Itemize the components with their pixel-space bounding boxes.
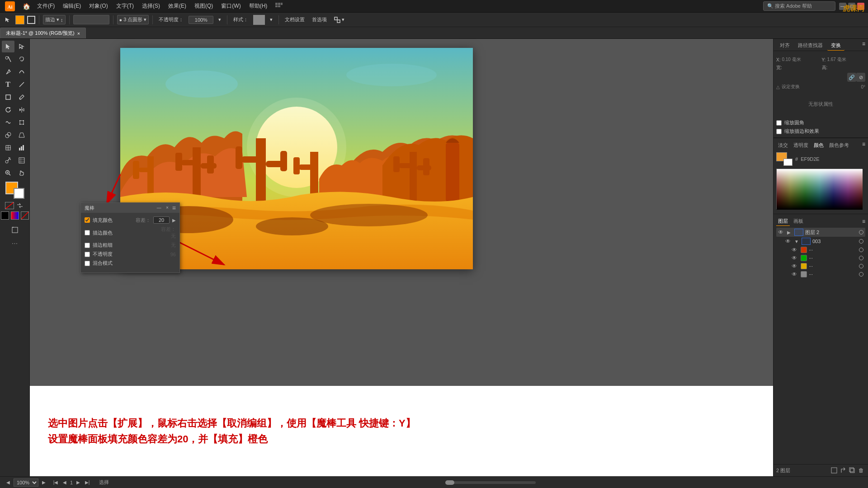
menu-effect[interactable]: 效果(E): [165, 1, 190, 11]
layers-tab[interactable]: 图层: [776, 217, 790, 226]
doc-setup-btn[interactable]: 文档设置: [283, 15, 307, 24]
search-bar[interactable]: 🔍 搜索 Adobe 帮助: [763, 1, 835, 11]
layer-red-eye[interactable]: 👁: [792, 247, 799, 253]
zoom-out-btn[interactable]: ◀: [5, 479, 12, 486]
lasso-tool[interactable]: [15, 53, 28, 65]
prefs-btn[interactable]: 首选项: [310, 15, 329, 24]
delete-layer-btn[interactable]: 🗑: [857, 466, 865, 474]
chart-tool[interactable]: [15, 142, 28, 154]
layers-menu-icon[interactable]: ≡: [862, 218, 865, 225]
reflect-tool[interactable]: [15, 104, 28, 116]
panel-menu-icon[interactable]: ≡: [172, 204, 176, 211]
layer-2-expand[interactable]: ▶: [787, 230, 793, 235]
color-picker-gradient[interactable]: [776, 169, 862, 209]
home-btn[interactable]: 🏠: [20, 0, 33, 12]
pen-tool[interactable]: [2, 66, 14, 78]
layer-green-item[interactable]: 👁 ···: [776, 254, 865, 262]
color-menu-icon[interactable]: ≡: [862, 141, 865, 150]
last-page-btn[interactable]: ▶|: [84, 479, 91, 486]
arrange-btn[interactable]: ▾: [332, 16, 347, 24]
type-tool[interactable]: T: [2, 79, 14, 90]
fill-tolerance-arrow[interactable]: ▶: [172, 218, 176, 223]
point-type-dropdown[interactable]: ● 3 点圆形 ▾: [117, 15, 149, 24]
align-tab[interactable]: 对齐: [776, 41, 793, 51]
magic-wand-tool[interactable]: [2, 53, 14, 65]
first-page-btn[interactable]: |◀: [52, 479, 59, 486]
direct-selection-tool[interactable]: [15, 41, 28, 52]
style-arrow[interactable]: ▾: [268, 16, 275, 23]
transform-tab[interactable]: 变换: [827, 41, 844, 51]
panel-close-btn[interactable]: ×: [164, 204, 170, 211]
color-mode-none[interactable]: [21, 211, 29, 220]
layer-red-item[interactable]: 👁 ···: [776, 246, 865, 254]
copy-layer-btn[interactable]: [848, 466, 856, 474]
style-swatch[interactable]: [253, 15, 265, 25]
menu-view[interactable]: 视图(Q): [191, 1, 217, 11]
opacity-tab[interactable]: 透明度: [792, 141, 810, 150]
bg-swatch[interactable]: [783, 159, 793, 166]
layer-003-item[interactable]: 👁 ▼ 003: [776, 237, 865, 246]
layer-yellow-circle[interactable]: [859, 264, 863, 268]
stroke-color-checkbox[interactable]: [85, 230, 90, 235]
color-guide-tab[interactable]: 颜色参考: [827, 141, 851, 150]
layer-2-item[interactable]: 👁 ▶ 图层 2: [776, 228, 865, 237]
prev-page-btn[interactable]: ◀: [61, 479, 68, 486]
next-page-btn[interactable]: ▶: [75, 479, 82, 486]
panel-options-icon[interactable]: ≡: [862, 41, 865, 51]
zoom-tool[interactable]: [2, 167, 14, 179]
scale-stroke-checkbox[interactable]: [776, 129, 782, 134]
hand-tool[interactable]: [15, 167, 28, 179]
tab-close-btn[interactable]: ×: [77, 31, 80, 36]
curvature-tool[interactable]: [15, 66, 28, 78]
perspective-tool[interactable]: [15, 129, 28, 141]
layer-gray-circle[interactable]: [859, 272, 863, 277]
color-mode-fill[interactable]: [1, 211, 9, 220]
document-tab[interactable]: 未标题-1* @ 100% (RGB/预览) ×: [0, 28, 86, 38]
move-to-new-btn[interactable]: [839, 466, 847, 474]
more-tools-btn[interactable]: ···: [9, 238, 21, 249]
mesh-tool[interactable]: [2, 142, 14, 154]
background-color[interactable]: [14, 188, 24, 199]
menu-help[interactable]: 帮助(H): [245, 1, 271, 11]
menu-text[interactable]: 文字(T): [113, 1, 137, 11]
blend-mode-checkbox[interactable]: [85, 261, 90, 266]
tool-selector[interactable]: [3, 16, 13, 23]
scale-corners-checkbox[interactable]: [776, 120, 782, 126]
menu-window[interactable]: 窗口(W): [217, 1, 244, 11]
stroke-style-dropdown[interactable]: 描边 ▾ ↕: [43, 15, 66, 24]
layer-green-circle[interactable]: [859, 256, 863, 260]
layer-gray-item[interactable]: 👁 ···: [776, 270, 865, 278]
layer-003-expand[interactable]: ▼: [794, 239, 800, 244]
opacity-arrow[interactable]: ▾: [216, 16, 223, 23]
canvas-area[interactable]: 魔棒 — × ≡ 填充颜色 容差： ▶: [30, 39, 773, 476]
zoom-select[interactable]: 100% 50% 200%: [14, 479, 38, 487]
paintbrush-tool[interactable]: [15, 91, 28, 103]
artboards-tab[interactable]: 画板: [792, 217, 805, 226]
line-tool[interactable]: [15, 79, 28, 90]
magic-wand-panel-header[interactable]: 魔棒 — × ≡: [81, 203, 179, 213]
symbol-sprayer-tool[interactable]: [2, 155, 14, 166]
warp-tool[interactable]: [2, 117, 14, 128]
layer-yellow-eye[interactable]: 👁: [792, 263, 799, 269]
pathfinder-tab[interactable]: 路径查找器: [794, 41, 826, 51]
menu-select[interactable]: 选择(S): [138, 1, 164, 11]
zoom-in-btn[interactable]: ▶: [40, 479, 47, 486]
swap-colors-btn[interactable]: [15, 202, 24, 209]
layer-green-eye[interactable]: 👁: [792, 255, 799, 261]
panel-collapse-btn[interactable]: —: [156, 204, 162, 211]
color-tab[interactable]: 颜色: [812, 141, 826, 150]
layer-003-circle[interactable]: [859, 239, 863, 244]
toolbar-empty-input[interactable]: [73, 15, 109, 24]
slice-tool[interactable]: [15, 155, 28, 166]
rotate-tool[interactable]: [2, 104, 14, 116]
layer-003-eye[interactable]: 👁: [785, 238, 793, 244]
transform-options-btn[interactable]: ⊘: [856, 73, 865, 82]
opacity-checkbox[interactable]: [85, 252, 90, 257]
harmony-tab[interactable]: 淡交: [776, 141, 790, 150]
layer-yellow-item[interactable]: 👁 ···: [776, 262, 865, 270]
layer-gray-eye[interactable]: 👁: [792, 271, 799, 277]
link-proportions-btn[interactable]: 🔗: [847, 73, 856, 82]
layer-red-circle[interactable]: [859, 248, 863, 252]
stroke-width-checkbox[interactable]: [85, 243, 90, 248]
make-sublayer-btn[interactable]: [830, 466, 838, 474]
